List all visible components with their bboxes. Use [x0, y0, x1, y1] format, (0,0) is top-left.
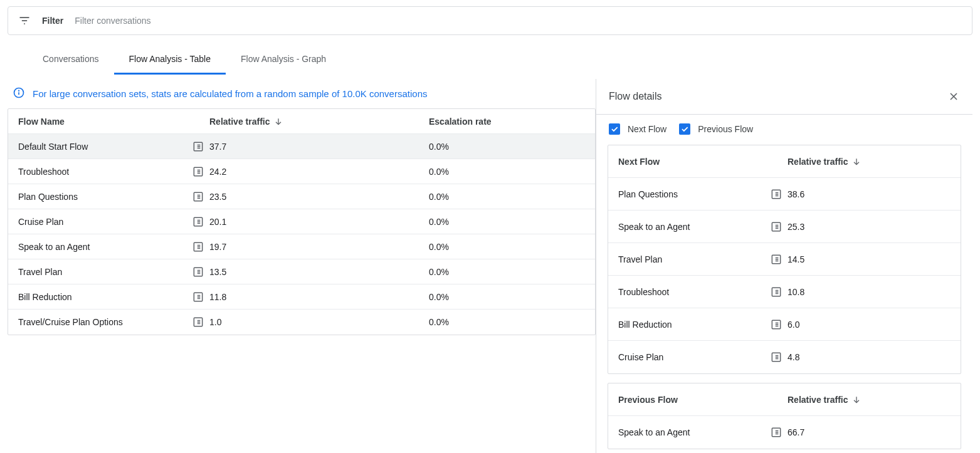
relative-traffic-value: 37.7	[209, 142, 226, 152]
list-icon[interactable]	[192, 216, 204, 228]
flow-name: Troubleshoot	[18, 167, 69, 177]
relative-traffic-value: 23.5	[209, 192, 226, 202]
flow-name: Speak to an Agent	[618, 427, 690, 437]
table-row[interactable]: Travel Plan14.5	[608, 243, 961, 276]
flow-table-panel: For large conversation sets, stats are c…	[8, 79, 596, 453]
escalation-rate-value: 0.0%	[429, 192, 449, 202]
info-text: For large conversation sets, stats are c…	[33, 88, 427, 99]
table-row[interactable]: Plan Questions23.50.0%	[8, 184, 595, 209]
flow-name: Bill Reduction	[618, 320, 672, 330]
list-icon[interactable]	[192, 291, 204, 303]
table-row[interactable]: Plan Questions38.6	[608, 178, 961, 211]
list-icon[interactable]	[770, 351, 782, 363]
filter-label: Filter	[42, 16, 63, 26]
flow-name: Travel Plan	[18, 267, 62, 277]
filter-input[interactable]	[75, 16, 962, 26]
previous-flow-header-traffic[interactable]: Relative traffic	[788, 395, 951, 405]
checkbox-next-flow[interactable]: Next Flow	[609, 123, 667, 135]
checkbox-icon	[609, 123, 620, 135]
list-icon[interactable]	[192, 241, 204, 253]
flow-name: Travel/Cruise Plan Options	[18, 317, 123, 327]
flow-name: Plan Questions	[18, 192, 78, 202]
sort-desc-icon	[273, 117, 283, 127]
previous-flow-header-name[interactable]: Previous Flow	[618, 395, 788, 405]
info-banner: For large conversation sets, stats are c…	[8, 79, 596, 108]
list-icon[interactable]	[192, 140, 204, 153]
relative-traffic-value: 1.0	[209, 317, 221, 327]
table-row[interactable]: Default Start Flow37.70.0%	[8, 134, 595, 159]
escalation-rate-value: 0.0%	[429, 267, 449, 277]
tab-conversations[interactable]: Conversations	[28, 44, 114, 75]
list-icon[interactable]	[192, 316, 204, 328]
relative-traffic-value: 20.1	[209, 217, 226, 227]
table-row[interactable]: Troubleshoot10.8	[608, 276, 961, 308]
previous-flow-header: Previous Flow Relative traffic	[608, 383, 961, 416]
close-button[interactable]	[947, 90, 960, 103]
relative-traffic-value: 38.6	[788, 189, 804, 199]
table-row[interactable]: Travel/Cruise Plan Options1.00.0%	[8, 310, 595, 335]
escalation-rate-value: 0.0%	[429, 142, 449, 152]
col-header-relative-traffic[interactable]: Relative traffic	[209, 117, 429, 127]
relative-traffic-value: 24.2	[209, 167, 226, 177]
next-flow-header-traffic[interactable]: Relative traffic	[788, 157, 951, 167]
table-row[interactable]: Bill Reduction6.0	[608, 308, 961, 341]
col-header-escalation-rate[interactable]: Escalation rate	[429, 117, 585, 127]
tab-flow-analysis-graph[interactable]: Flow Analysis - Graph	[226, 44, 341, 75]
table-row[interactable]: Speak to an Agent19.70.0%	[8, 234, 595, 259]
list-icon[interactable]	[192, 266, 204, 278]
col-header-flow-name[interactable]: Flow Name	[18, 117, 209, 127]
table-row[interactable]: Travel Plan13.50.0%	[8, 259, 595, 284]
table-row[interactable]: Cruise Plan20.10.0%	[8, 209, 595, 234]
flow-name: Cruise Plan	[18, 217, 63, 227]
flow-name: Speak to an Agent	[18, 242, 90, 252]
relative-traffic-value: 11.8	[209, 292, 226, 302]
flow-name: Default Start Flow	[18, 142, 88, 152]
list-icon[interactable]	[192, 190, 204, 203]
table-row[interactable]: Cruise Plan4.8	[608, 341, 961, 373]
flow-filter-checkboxes: Next Flow Previous Flow	[596, 115, 972, 141]
relative-traffic-value: 13.5	[209, 267, 226, 277]
details-title: Flow details	[609, 91, 661, 102]
escalation-rate-value: 0.0%	[429, 217, 449, 227]
details-header: Flow details	[596, 79, 972, 115]
checkbox-icon	[679, 123, 690, 135]
escalation-rate-value: 0.0%	[429, 167, 449, 177]
list-icon[interactable]	[770, 426, 782, 439]
sort-desc-icon	[851, 395, 861, 405]
relative-traffic-value: 19.7	[209, 242, 226, 252]
checkbox-label: Next Flow	[628, 124, 667, 134]
relative-traffic-value: 10.8	[788, 287, 804, 297]
table-row[interactable]: Speak to an Agent66.7	[608, 416, 961, 449]
list-icon[interactable]	[770, 318, 782, 331]
flow-name: Cruise Plan	[618, 352, 663, 362]
filter-icon	[18, 14, 31, 27]
relative-traffic-value: 25.3	[788, 222, 804, 232]
list-icon[interactable]	[770, 221, 782, 233]
flow-details-panel: Flow details Next Flow Previous Flow Nex…	[596, 79, 972, 453]
table-row[interactable]: Bill Reduction11.80.0%	[8, 284, 595, 310]
checkbox-previous-flow[interactable]: Previous Flow	[679, 123, 753, 135]
table-row[interactable]: Troubleshoot24.20.0%	[8, 159, 595, 184]
flow-name: Troubleshoot	[618, 287, 669, 297]
escalation-rate-value: 0.0%	[429, 242, 449, 252]
table-row[interactable]: Speak to an Agent25.3	[608, 211, 961, 243]
list-icon[interactable]	[192, 165, 204, 178]
svg-point-2	[19, 90, 19, 91]
next-flow-header-name[interactable]: Next Flow	[618, 157, 788, 167]
tabs: Conversations Flow Analysis - Table Flow…	[8, 44, 972, 75]
filter-bar: Filter	[8, 6, 972, 35]
checkbox-label: Previous Flow	[698, 124, 753, 134]
next-flow-table: Next Flow Relative traffic Plan Question…	[608, 145, 961, 374]
table-header-row: Flow Name Relative traffic Escalation ra…	[8, 109, 595, 134]
escalation-rate-value: 0.0%	[429, 292, 449, 302]
list-icon[interactable]	[770, 253, 782, 266]
relative-traffic-value: 66.7	[788, 427, 804, 437]
sort-desc-icon	[851, 157, 861, 167]
flow-name: Travel Plan	[618, 254, 662, 264]
relative-traffic-value: 4.8	[788, 352, 799, 362]
info-icon	[13, 86, 25, 101]
tab-flow-analysis-table[interactable]: Flow Analysis - Table	[114, 44, 226, 75]
flow-name: Bill Reduction	[18, 292, 72, 302]
list-icon[interactable]	[770, 286, 782, 298]
list-icon[interactable]	[770, 188, 782, 200]
